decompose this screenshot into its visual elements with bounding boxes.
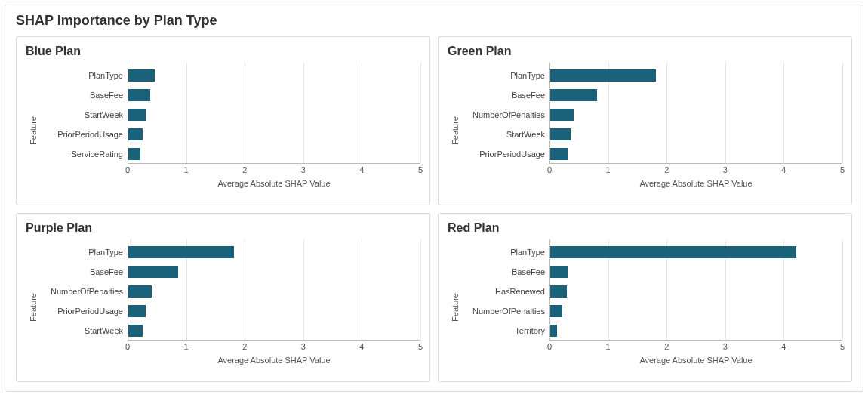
bar [550,246,796,258]
bar [128,325,143,337]
x-axis-label: Average Absolute SHAP Value [128,179,420,188]
x-tick-label: 3 [301,342,306,351]
bar [128,285,152,298]
bar [128,305,146,317]
x-tick-label: 4 [781,165,786,174]
x-tick-label: 2 [664,342,669,351]
chart-body: FeaturePlanTypeBaseFeeNumberOfPenaltiesP… [26,239,420,375]
bar [128,89,150,101]
bar-row [549,144,842,164]
x-tick-label: 0 [125,342,130,351]
bar-row [128,85,420,105]
x-tick-label: 5 [418,342,423,351]
category-label: HasRenewed [463,282,549,301]
category-label: Territory [463,321,549,341]
chart-body: FeaturePlanTypeBaseFeeStartWeekPriorPeri… [26,63,420,199]
plot-area: 012345Average Absolute SHAP Value [128,239,420,375]
x-ticks: 012345 [128,341,420,354]
bars-area [549,239,842,341]
bar-row [549,85,842,105]
bar [550,69,656,82]
bar [550,285,567,298]
bars-container [549,66,842,164]
chart-body: FeaturePlanTypeBaseFeeHasRenewedNumberOf… [448,239,842,375]
plot-area: 012345Average Absolute SHAP Value [128,63,420,199]
category-label: NumberOfPenalties [463,301,549,321]
bar [550,109,574,121]
bars-area [128,239,420,341]
bar-row [549,66,842,85]
x-ticks: 012345 [128,164,420,177]
plot-area: 012345Average Absolute SHAP Value [549,239,842,375]
plot-area: 012345Average Absolute SHAP Value [549,63,842,199]
category-labels: PlanTypeBaseFeeNumberOfPenaltiesPriorPer… [41,239,128,375]
bar [550,266,568,278]
bar-row [128,262,420,282]
bar-row [549,242,842,262]
category-label: PlanType [41,242,128,262]
x-tick-label: 1 [606,342,611,351]
x-ticks: 012345 [549,164,842,177]
chart-panel: Green PlanFeaturePlanTypeBaseFeeNumberOf… [438,36,852,205]
category-label: PlanType [41,66,128,85]
gridline [420,63,421,163]
category-labels: PlanTypeBaseFeeHasRenewedNumberOfPenalti… [463,239,549,375]
bar-row [549,125,842,144]
x-tick-label: 2 [242,165,247,174]
category-labels: PlanTypeBaseFeeStartWeekPriorPeriodUsage… [41,63,128,199]
bar [128,246,234,258]
bar-row [549,262,842,282]
x-axis-label: Average Absolute SHAP Value [128,356,420,365]
bar [128,266,178,278]
bar [550,128,571,140]
category-label: PriorPeriodUsage [41,125,128,144]
bar [550,305,562,317]
x-tick-label: 1 [184,342,189,351]
bar-row [128,144,420,164]
category-label: BaseFee [463,85,549,105]
x-tick-label: 3 [301,165,306,174]
x-tick-label: 1 [184,165,189,174]
y-axis-label: Feature [29,293,38,322]
bar-row [549,321,842,341]
x-axis-label: Average Absolute SHAP Value [549,179,842,188]
bar [128,128,143,140]
x-tick-label: 4 [359,165,364,174]
bar-row [128,301,420,321]
bar-row [549,282,842,301]
category-label: PriorPeriodUsage [463,144,549,164]
x-tick-label: 2 [242,342,247,351]
category-label: NumberOfPenalties [463,105,549,125]
gridline [842,239,843,340]
x-tick-label: 5 [840,165,845,174]
category-label: StartWeek [41,321,128,341]
category-label: PlanType [463,242,549,262]
chart-panel: Blue PlanFeaturePlanTypeBaseFeeStartWeek… [16,36,430,205]
x-tick-label: 3 [723,165,728,174]
gridline [842,63,843,163]
y-axis-label: Feature [451,116,460,145]
chart-title: Red Plan [448,221,842,235]
bars-area [128,63,420,164]
x-tick-label: 1 [606,165,611,174]
category-label: BaseFee [41,85,128,105]
y-axis-label: Feature [29,116,38,145]
x-tick-label: 5 [418,165,423,174]
bar [550,89,597,101]
bar [128,69,155,82]
category-labels: PlanTypeBaseFeeNumberOfPenaltiesStartWee… [463,63,549,199]
category-label: ServiceRating [41,144,128,164]
category-label: NumberOfPenalties [41,282,128,301]
bar-row [549,105,842,125]
bars-area [549,63,842,164]
x-tick-label: 0 [547,165,552,174]
x-tick-label: 4 [781,342,786,351]
bar-row [128,321,420,341]
x-axis-label: Average Absolute SHAP Value [549,356,842,365]
main-panel: SHAP Importance by Plan Type Blue PlanFe… [5,5,863,392]
chart-title: Blue Plan [26,45,420,58]
bar-row [128,125,420,144]
bar [128,148,140,160]
bars-container [549,242,842,341]
x-tick-label: 3 [723,342,728,351]
